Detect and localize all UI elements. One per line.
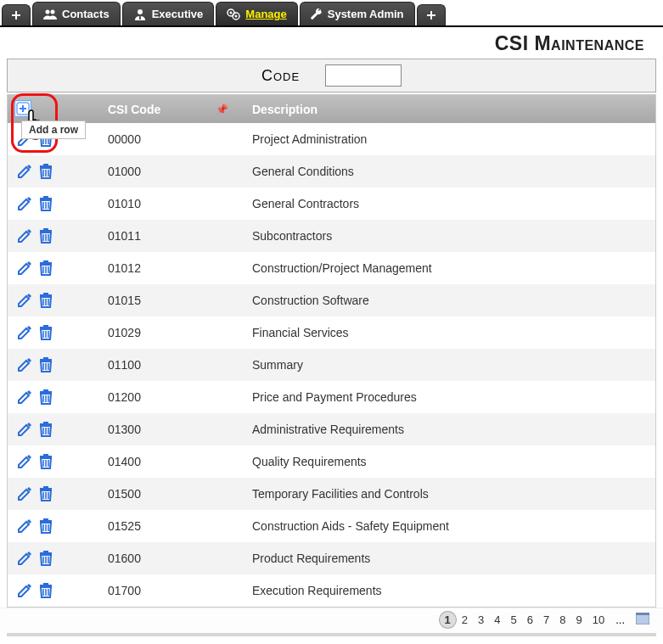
cell-description: Construction/Project Management	[245, 252, 655, 284]
delete-button[interactable]	[38, 453, 53, 470]
page-number[interactable]: 2	[457, 612, 473, 628]
edit-button[interactable]	[16, 163, 33, 180]
tab-label: Contacts	[62, 8, 110, 20]
cell-description: Construction Aids - Safety Equipment	[245, 510, 655, 542]
cell-description: Quality Requirements	[245, 445, 655, 478]
page-title: CSI Maintenance	[0, 27, 663, 59]
cell-csi-code: 01011	[101, 220, 245, 252]
delete-button[interactable]	[38, 292, 53, 309]
page-number[interactable]: 5	[506, 612, 522, 628]
edit-button[interactable]	[16, 485, 33, 502]
table-row: 01100 Summary	[8, 349, 655, 381]
table-row: 01200 Price and Payment Procedures	[8, 381, 655, 413]
page-number[interactable]: 10	[587, 612, 610, 628]
cell-csi-code: 01525	[101, 510, 245, 542]
delete-button[interactable]	[38, 550, 53, 567]
edit-button[interactable]	[16, 292, 33, 309]
cell-description: Subcontractors	[245, 220, 655, 252]
cell-description: Summary	[245, 349, 655, 381]
tab-label: System Admin	[328, 8, 404, 20]
edit-button[interactable]	[16, 582, 33, 599]
table-row: 01600 Product Requirements	[8, 542, 655, 574]
delete-button[interactable]	[38, 356, 53, 373]
table-row: 01029 Financial Services	[8, 316, 655, 349]
search-label: Code	[261, 67, 300, 85]
plus-icon	[11, 10, 21, 20]
page-number[interactable]: 7	[538, 612, 554, 628]
table-row: 01700 Execution Requirements	[8, 574, 655, 607]
pagination: 12345678910 ...	[0, 608, 663, 633]
cell-csi-code: 01300	[101, 413, 245, 445]
edit-button[interactable]	[16, 356, 33, 373]
cell-description: Execution Requirements	[245, 574, 655, 607]
svg-rect-10	[636, 613, 649, 615]
delete-button[interactable]	[38, 389, 53, 406]
col-header-description[interactable]: Description	[245, 95, 655, 123]
wrench-icon	[311, 8, 323, 20]
svg-rect-3	[139, 15, 141, 20]
tab-contacts[interactable]: Contacts	[32, 2, 121, 25]
cell-csi-code: 01015	[101, 284, 245, 316]
svg-point-0	[46, 9, 50, 14]
table-row: 01011 Subcontractors	[8, 220, 655, 252]
cell-csi-code: 00000	[101, 123, 245, 155]
page-number[interactable]: 9	[570, 612, 587, 628]
delete-button[interactable]	[38, 582, 53, 599]
tab-label: Executive	[152, 8, 204, 20]
edit-button[interactable]	[16, 453, 33, 470]
cell-csi-code: 01700	[101, 574, 245, 607]
cell-description: General Conditions	[245, 155, 655, 188]
delete-button[interactable]	[38, 163, 53, 180]
cell-description: Financial Services	[245, 316, 655, 349]
delete-button[interactable]	[38, 324, 53, 341]
edit-button[interactable]	[16, 389, 33, 406]
page-number[interactable]: 3	[473, 612, 489, 628]
page-number[interactable]: 1	[439, 611, 457, 629]
delete-button[interactable]	[38, 485, 53, 502]
pagination-view-icon[interactable]	[636, 613, 649, 627]
cell-description: Administrative Requirements	[245, 413, 655, 445]
delete-button[interactable]	[38, 518, 53, 535]
delete-button[interactable]	[38, 195, 53, 212]
col-header-code[interactable]: CSI Code 📌	[101, 95, 245, 123]
edit-button[interactable]	[16, 195, 33, 212]
table-row: 00000 Project Administration	[8, 123, 655, 155]
tab-bar: Contacts Executive Manage System Admin	[0, 0, 663, 27]
table-header-row: Add a row CSI Code 📌 Description	[8, 95, 655, 123]
cell-description: General Contractors	[245, 188, 655, 220]
page-number[interactable]: 8	[554, 612, 570, 628]
table-row: 01012 Construction/Project Management	[8, 252, 655, 284]
code-search-input[interactable]	[325, 64, 402, 87]
tab-manage[interactable]: Manage	[216, 2, 297, 25]
delete-button[interactable]	[38, 260, 53, 277]
tab-new-right[interactable]	[417, 4, 446, 25]
add-row-button[interactable]	[14, 100, 31, 117]
edit-button[interactable]	[16, 421, 33, 438]
tab-label: Manage	[245, 8, 286, 20]
page-number[interactable]: 4	[489, 612, 505, 628]
tab-executive[interactable]: Executive	[122, 2, 215, 25]
svg-point-5	[230, 11, 233, 14]
executive-icon	[133, 8, 147, 20]
delete-button[interactable]	[38, 227, 53, 244]
edit-button[interactable]	[16, 227, 33, 244]
edit-button[interactable]	[16, 550, 33, 567]
edit-button[interactable]	[16, 260, 33, 277]
table-row: 01525 Construction Aids - Safety Equipme…	[8, 510, 655, 542]
table-row: 01015 Construction Software	[8, 284, 655, 316]
cell-description: Product Requirements	[245, 542, 655, 574]
edit-button[interactable]	[16, 518, 33, 535]
pagination-ellipsis[interactable]: ...	[612, 612, 628, 628]
manage-icon	[227, 8, 240, 20]
cell-description: Temporary Facilities and Controls	[245, 478, 655, 510]
table-row: 01000 General Conditions	[8, 155, 655, 188]
tab-new-left[interactable]	[2, 4, 31, 25]
page-number[interactable]: 6	[522, 612, 538, 628]
add-row-header: Add a row	[8, 95, 101, 123]
cell-description: Price and Payment Procedures	[245, 381, 655, 413]
tab-system-admin[interactable]: System Admin	[300, 2, 415, 25]
cell-csi-code: 01000	[101, 155, 245, 188]
delete-button[interactable]	[38, 421, 53, 438]
edit-button[interactable]	[16, 324, 33, 341]
plus-icon	[426, 10, 436, 20]
